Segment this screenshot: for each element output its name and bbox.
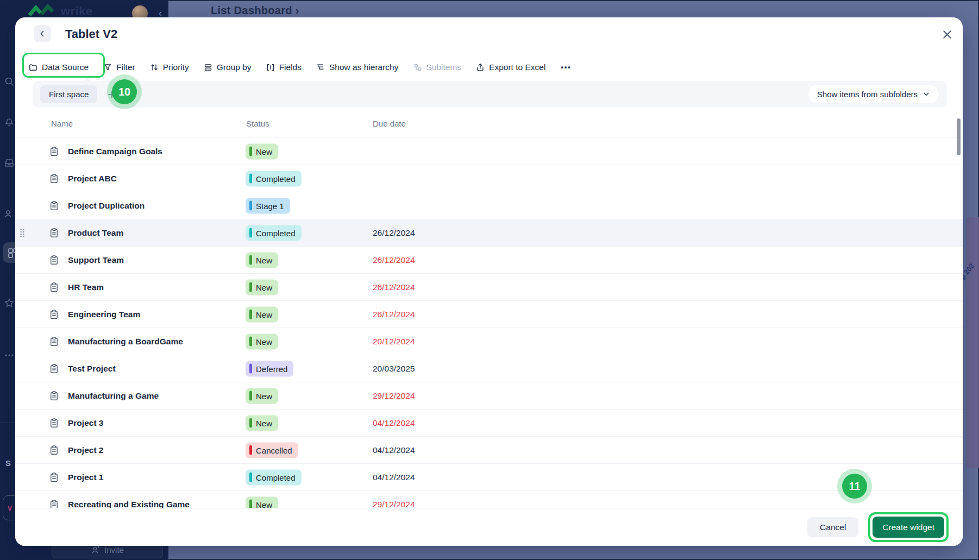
status-badge[interactable]: New (246, 388, 278, 404)
task-icon (50, 201, 58, 211)
modal-title: Tablet V2 (65, 27, 117, 41)
status-badge-bar (249, 310, 252, 319)
table-row[interactable]: Project 3 New 04/12/2024 (15, 410, 963, 437)
task-name: Project Duplication (68, 201, 145, 211)
task-name: Product Team (68, 228, 123, 238)
task-icon (50, 473, 58, 482)
due-date: 04/12/2024 (373, 445, 415, 455)
status-badge-bar (249, 391, 252, 401)
task-name: Engineering Team (68, 310, 140, 319)
toolbar-label: Fields (279, 62, 302, 72)
close-button[interactable] (939, 26, 955, 42)
due-date: 26/12/2024 (373, 310, 415, 319)
star-icon (4, 298, 15, 309)
status-badge-bar (249, 282, 252, 292)
chevron-down-icon (922, 90, 930, 98)
status-badge[interactable]: Completed (246, 469, 302, 485)
toolbar-data-source[interactable]: Data Source (29, 62, 89, 72)
table-row[interactable]: Project ABC Completed (15, 165, 963, 192)
plus-icon (107, 90, 117, 99)
due-date: 26/12/2024 (373, 228, 415, 238)
status-badge[interactable]: New (246, 334, 278, 349)
status-badge-bar (249, 174, 252, 184)
hierarchy-icon (316, 63, 325, 72)
toolbar-label: Show as hierarchy (329, 62, 399, 72)
table-row[interactable]: Project 2 Cancelled 04/12/2024 (15, 437, 963, 464)
task-icon (50, 391, 58, 401)
scrollbar-thumb[interactable] (957, 118, 961, 155)
status-badge[interactable]: Stage 1 (246, 198, 290, 213)
search-icon (4, 76, 15, 87)
column-header-due-date[interactable]: Due date (373, 119, 406, 128)
task-name: Manufacturing a BoardGame (68, 337, 183, 347)
screen: wrike ‹ S v Invite List Dashboard › p 20… (0, 0, 979, 560)
table-row[interactable]: Recreating and Existing Game New 29/12/2… (15, 491, 963, 508)
toolbar-show-as-hierarchy[interactable]: Show as hierarchy (316, 62, 399, 72)
due-date: 26/12/2024 (373, 255, 415, 265)
table-row[interactable]: HR Team New 26/12/2024 (15, 274, 963, 301)
toolbar-label: Filter (116, 62, 135, 72)
column-header-status[interactable]: Status (246, 119, 269, 128)
status-badge[interactable]: Completed (246, 225, 302, 241)
status-badge-label: New (256, 255, 272, 265)
modal-header: Tablet V2 (15, 17, 963, 56)
back-button[interactable] (34, 25, 51, 42)
table-row[interactable]: Product Team Completed 26/12/2024 (15, 219, 963, 247)
table-row[interactable]: Support Team New 26/12/2024 (15, 247, 963, 274)
wrike-wordmark: wrike (61, 4, 93, 18)
table-row[interactable]: Define Campaign Goals New (15, 138, 963, 165)
column-header-name[interactable]: Name (51, 119, 73, 128)
task-icon (50, 147, 58, 156)
toolbar-label: Data Source (42, 62, 89, 72)
status-badge[interactable]: New (246, 415, 278, 431)
table-row[interactable]: Project Duplication Stage 1 (15, 192, 963, 219)
toolbar-fields[interactable]: Fields (266, 62, 302, 72)
table-row[interactable]: Manufacturing a Game New 29/12/2024 (15, 382, 963, 410)
toolbar-filter[interactable]: Filter (103, 62, 135, 72)
status-badge-bar (249, 364, 252, 374)
status-badge-label: Completed (256, 174, 296, 183)
due-date: 26/12/2024 (373, 282, 415, 292)
status-badge-label: Completed (256, 473, 296, 482)
background-chart-fragment (967, 217, 979, 468)
status-badge[interactable]: New (246, 496, 278, 508)
table-row[interactable]: Project 1 Completed 04/12/2024 (15, 464, 963, 491)
subfolders-label: Show items from subfolders (817, 90, 918, 99)
first-space-chip[interactable]: First space (40, 85, 97, 103)
status-badge[interactable]: New (246, 252, 278, 268)
due-date: 04/12/2024 (373, 418, 415, 428)
status-badge[interactable]: Deferred (246, 361, 293, 376)
status-badge-bar (249, 228, 252, 238)
toolbar-export-to-excel[interactable]: Export to Excel (476, 62, 545, 72)
status-badge[interactable]: New (246, 143, 278, 159)
space-check-icon: v (8, 504, 12, 512)
add-source-button[interactable] (105, 87, 119, 102)
status-badge[interactable]: Completed (246, 171, 302, 186)
create-widget-button[interactable]: Create widget (873, 517, 944, 538)
toolbar-label: Group by (217, 62, 252, 72)
table-row[interactable]: Engineering Team New 26/12/2024 (15, 301, 963, 328)
task-name: Define Campaign Goals (68, 147, 162, 156)
status-badge-label: New (256, 310, 272, 319)
status-badge[interactable]: New (246, 279, 278, 295)
toolbar-more-button[interactable]: ⋯ (560, 61, 571, 74)
toolbar-priority[interactable]: Priority (150, 62, 189, 72)
toolbar-label: Subitems (426, 62, 462, 72)
status-badge[interactable]: Cancelled (246, 442, 298, 458)
table-row[interactable]: Test Project Deferred 20/03/2025 (15, 355, 963, 382)
toolbar-group-by[interactable]: Group by (204, 62, 252, 72)
task-icon (50, 174, 58, 184)
invite-person-icon (91, 545, 100, 555)
annotation-box-create-widget: Create widget (868, 512, 949, 542)
modal-footer: Cancel Create widget (15, 508, 963, 546)
table-row[interactable]: Manufacturing a BoardGame New 20/12/2024 (15, 328, 963, 355)
subfolders-dropdown[interactable]: Show items from subfolders (808, 85, 939, 103)
cancel-button[interactable]: Cancel (807, 517, 858, 537)
status-badge[interactable]: New (246, 306, 278, 322)
fields-icon (266, 63, 275, 72)
status-badge-label: New (256, 500, 272, 508)
drag-handle[interactable] (20, 228, 25, 238)
due-date: 29/12/2024 (373, 500, 415, 508)
create-widget-modal: Tablet V2 Data Source Filter Priority Gr… (15, 17, 963, 546)
table-header: Name Status Due date (15, 108, 963, 137)
